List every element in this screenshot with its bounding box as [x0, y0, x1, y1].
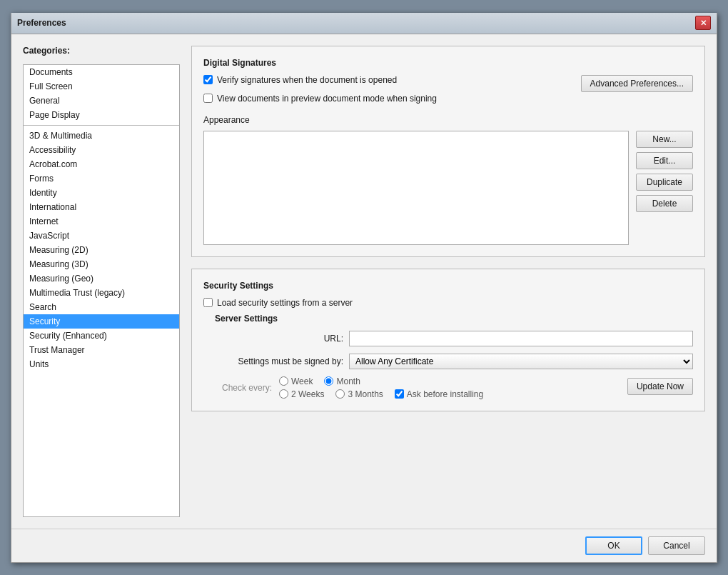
server-settings-title: Server Settings — [215, 314, 693, 324]
top-row: Verify signatures when the document is o… — [203, 75, 693, 108]
appearance-area: New... Edit... Duplicate Delete — [203, 131, 693, 245]
ok-button[interactable]: OK — [585, 536, 642, 555]
dialog-footer: OK Cancel — [11, 529, 717, 562]
check-every-options: Week Month — [279, 376, 620, 399]
advanced-preferences-button[interactable]: Advanced Preferences... — [581, 75, 693, 92]
categories-label: Categories: — [23, 46, 180, 56]
sidebar-item-3d-multimedia[interactable]: 3D & Multimedia — [24, 129, 179, 143]
ask-checkbox-row: Ask before installing — [395, 389, 483, 399]
sidebar-item-units[interactable]: Units — [24, 357, 179, 371]
sidebar-divider — [24, 125, 179, 126]
two-weeks-radio-row: 2 Weeks — [279, 389, 324, 399]
server-settings: Server Settings URL: Settings must be si… — [203, 314, 693, 399]
sidebar-item-accessibility[interactable]: Accessibility — [24, 143, 179, 157]
verify-checkbox-label: Verify signatures when the document is o… — [217, 75, 397, 85]
sidebar-item-search[interactable]: Search — [24, 300, 179, 314]
sidebar-item-forms[interactable]: Forms — [24, 171, 179, 186]
signed-by-field-row: Settings must be signed by: Allow Any Ce… — [215, 354, 693, 369]
appearance-label: Appearance — [203, 115, 693, 125]
sidebar-item-javascript[interactable]: JavaScript — [24, 229, 179, 243]
verify-checkbox[interactable] — [203, 75, 213, 84]
three-months-radio-row: 3 Months — [335, 389, 383, 399]
sidebar-item-multimedia-trust[interactable]: Multimedia Trust (legacy) — [24, 286, 179, 300]
url-input[interactable] — [349, 331, 693, 346]
three-months-label: 3 Months — [348, 389, 383, 399]
verify-checkbox-row: Verify signatures when the document is o… — [203, 75, 437, 85]
categories-list: Documents Full Screen General Page Displ… — [23, 64, 180, 517]
checkboxes-area: Verify signatures when the document is o… — [203, 75, 437, 108]
sidebar-item-trust-manager[interactable]: Trust Manager — [24, 343, 179, 357]
sidebar-item-full-screen[interactable]: Full Screen — [24, 79, 179, 94]
digital-signatures-section: Digital Signatures Verify signatures whe… — [191, 46, 705, 257]
two-weeks-label: 2 Weeks — [291, 389, 324, 399]
signed-by-label: Settings must be signed by: — [215, 356, 343, 366]
sidebar-item-security-enhanced[interactable]: Security (Enhanced) — [24, 329, 179, 343]
preview-checkbox-row: View documents in preview document mode … — [203, 94, 437, 104]
load-security-checkbox[interactable] — [203, 298, 213, 307]
appearance-buttons: New... Edit... Duplicate Delete — [636, 131, 693, 212]
sidebar-item-security[interactable]: Security — [24, 314, 179, 329]
load-security-checkbox-row: Load security settings from a server — [203, 298, 693, 308]
cancel-button[interactable]: Cancel — [648, 536, 705, 555]
title-bar: Preferences ✕ — [11, 13, 717, 34]
security-settings-title: Security Settings — [203, 281, 693, 291]
main-content: Digital Signatures Verify signatures whe… — [191, 46, 705, 517]
week-label: Week — [291, 376, 313, 386]
two-weeks-radio[interactable] — [279, 389, 288, 399]
check-every-line-1: Week Month — [279, 376, 620, 386]
preview-checkbox-label: View documents in preview document mode … — [217, 94, 437, 104]
sidebar-item-internet[interactable]: Internet — [24, 214, 179, 229]
update-now-button[interactable]: Update Now — [627, 378, 693, 395]
sidebar-item-measuring-3d[interactable]: Measuring (3D) — [24, 257, 179, 271]
sidebar-item-page-display[interactable]: Page Display — [24, 108, 179, 122]
check-every-line-2: 2 Weeks 3 Months Ask befor — [279, 389, 620, 399]
sidebar-item-documents[interactable]: Documents — [24, 65, 179, 79]
week-radio-row: Week — [279, 376, 313, 386]
new-button[interactable]: New... — [636, 131, 693, 148]
check-every-inner: Check every: Week — [215, 376, 620, 399]
week-radio[interactable] — [279, 376, 288, 386]
three-months-radio[interactable] — [335, 389, 345, 399]
month-radio[interactable] — [324, 376, 333, 386]
check-every-container: Check every: Week — [215, 376, 693, 399]
check-every-row: Check every: Week — [215, 376, 620, 399]
appearance-box — [203, 131, 629, 245]
delete-button[interactable]: Delete — [636, 195, 693, 212]
edit-button[interactable]: Edit... — [636, 152, 693, 169]
load-security-label: Load security settings from a server — [217, 298, 353, 308]
sidebar-item-international[interactable]: International — [24, 200, 179, 214]
sidebar-item-general[interactable]: General — [24, 94, 179, 108]
sidebar-item-measuring-geo[interactable]: Measuring (Geo) — [24, 271, 179, 286]
digital-signatures-title: Digital Signatures — [203, 58, 693, 68]
dialog-body: Categories: Documents Full Screen Genera… — [11, 34, 717, 529]
preferences-dialog: Preferences ✕ Categories: Documents Full… — [11, 13, 717, 563]
preview-checkbox[interactable] — [203, 94, 213, 103]
sidebar-item-measuring-2d[interactable]: Measuring (2D) — [24, 243, 179, 257]
close-button[interactable]: ✕ — [695, 16, 711, 30]
month-radio-row: Month — [324, 376, 360, 386]
check-every-label: Check every: — [215, 383, 272, 393]
dialog-title: Preferences — [17, 18, 695, 28]
sidebar-item-identity[interactable]: Identity — [24, 186, 179, 200]
security-settings-section: Security Settings Load security settings… — [191, 269, 705, 411]
url-field-row: URL: — [215, 331, 693, 346]
update-btn-container: Update Now — [627, 376, 693, 395]
sidebar-item-acrobat-com[interactable]: Acrobat.com — [24, 157, 179, 171]
sidebar: Categories: Documents Full Screen Genera… — [23, 46, 180, 517]
signed-by-select[interactable]: Allow Any Certificate Trusted Certificat… — [349, 354, 693, 369]
ask-label: Ask before installing — [407, 389, 483, 399]
ask-checkbox[interactable] — [395, 389, 404, 399]
url-label: URL: — [215, 334, 343, 344]
month-label: Month — [336, 376, 360, 386]
duplicate-button[interactable]: Duplicate — [636, 174, 693, 191]
